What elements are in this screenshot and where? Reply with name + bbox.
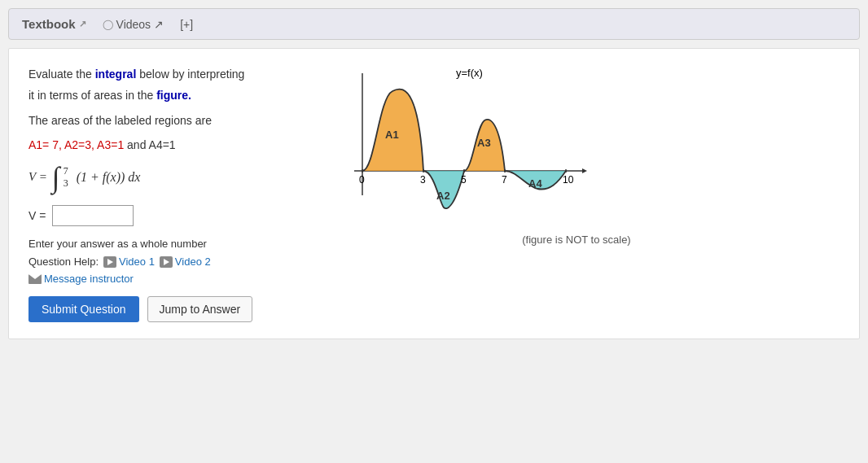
question-help: Question Help: Video 1 Video 2 Message i…	[28, 256, 289, 285]
x5-label: 5	[461, 174, 467, 186]
videos-label: Videos	[116, 18, 151, 31]
top-bar: Textbook ↗ ◯ Videos ↗ [+]	[8, 8, 860, 40]
question-help-label: Question Help:	[28, 256, 99, 268]
main-content: Evaluate the integral below by interpret…	[8, 48, 860, 339]
problem-line3: The areas of the labeled regions are	[28, 111, 289, 129]
textbook-label: Textbook	[22, 17, 76, 31]
textbook-tab[interactable]: Textbook ↗	[22, 17, 86, 31]
textbook-external-icon: ↗	[79, 19, 86, 29]
whole-number-note: Enter your answer as a whole number	[28, 236, 289, 253]
video1-link[interactable]: Video 1	[103, 256, 155, 268]
integral-highlight: integral	[95, 68, 137, 81]
areas-text: A1= 7, A2=3, A3=1 and A4=1	[28, 136, 289, 154]
x7-label: 7	[502, 174, 507, 186]
integral-lower: 3	[64, 177, 68, 190]
figure-highlight: figure.	[156, 89, 191, 102]
video1-label: Video 1	[119, 256, 155, 268]
graph-svg: y=f(x) A1 A2	[313, 65, 590, 228]
integral-upper: 7	[64, 165, 68, 177]
a1-label: A1	[385, 129, 399, 141]
integral-line: V = ∫ 7 3 (1 + f(x)) dx	[28, 163, 289, 192]
videos-external-icon: ↗	[154, 18, 164, 31]
problem-area: Evaluate the integral below by interpret…	[28, 65, 840, 322]
graph-area: y=f(x) A1 A2	[313, 65, 840, 246]
buttons-row: Submit Question Jump to Answer	[28, 296, 289, 322]
v-input-row: V =	[28, 205, 289, 226]
problem-line1: Evaluate the integral below by interpret…	[28, 65, 289, 83]
video2-label: Video 2	[175, 256, 211, 268]
figure-note: (figure is NOT to scale)	[313, 234, 840, 246]
video2-link[interactable]: Video 2	[160, 256, 211, 268]
x0-label: 0	[359, 174, 365, 186]
message-instructor-link[interactable]: Message instructor	[28, 273, 134, 285]
v-label: V =	[28, 170, 47, 184]
integral-limits: 7 3	[64, 165, 68, 190]
email-icon	[28, 274, 42, 284]
submit-button[interactable]: Submit Question	[28, 296, 139, 322]
x3-label: 3	[420, 174, 426, 186]
video-circle-icon: ◯	[103, 19, 113, 30]
problem-line2: it in terms of areas in the figure.	[28, 86, 289, 104]
jump-to-answer-button[interactable]: Jump to Answer	[147, 296, 253, 322]
v-equals-label: V =	[28, 209, 46, 222]
video1-icon	[103, 256, 116, 268]
plus-button[interactable]: [+]	[180, 18, 193, 31]
x10-label: 10	[563, 174, 574, 186]
integral-expr: (1 + f(x)) dx	[77, 170, 141, 185]
problem-text: Evaluate the integral below by interpret…	[28, 65, 289, 322]
y-label: y=f(x)	[456, 67, 483, 79]
video2-icon	[160, 256, 173, 268]
message-instructor-label: Message instructor	[44, 273, 134, 285]
svg-marker-2	[582, 168, 587, 173]
a3-label: A3	[477, 137, 491, 149]
integral-symbol: ∫	[52, 163, 60, 192]
videos-tab[interactable]: ◯ Videos ↗	[103, 18, 164, 31]
v-answer-input[interactable]	[52, 205, 134, 226]
graph-container: y=f(x) A1 A2	[313, 65, 840, 246]
